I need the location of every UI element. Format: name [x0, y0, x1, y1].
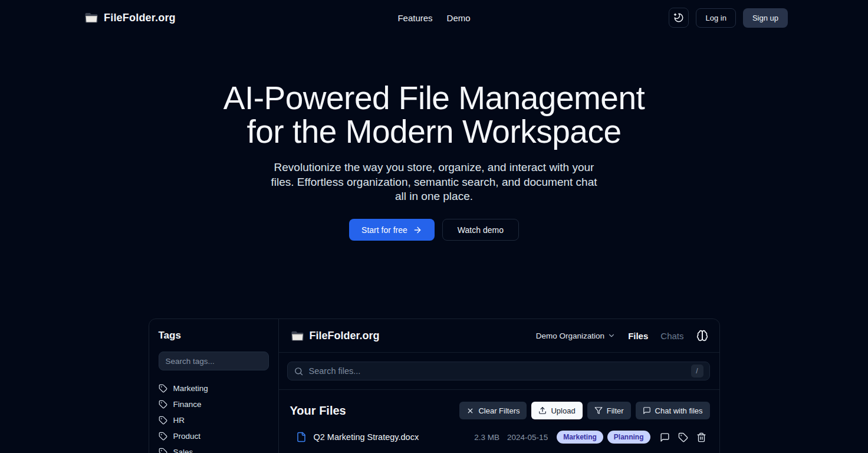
search-tags-input[interactable]	[159, 352, 269, 370]
tag-list: Marketing Finance	[159, 380, 269, 453]
nav-link-demo[interactable]: Demo	[447, 13, 471, 23]
main-nav: Features Demo	[397, 0, 470, 35]
tag-item-hr[interactable]: HR	[159, 412, 269, 428]
upload-label: Upload	[551, 406, 575, 415]
filter-label: Filter	[607, 406, 624, 415]
file-tag-badge-marketing[interactable]: Marketing	[557, 431, 603, 444]
message-square-icon	[643, 406, 651, 415]
signup-button[interactable]: Sign up	[743, 8, 788, 28]
files-action-buttons: Clear Filters Upload	[459, 402, 709, 419]
tag-icon	[159, 432, 167, 441]
login-button[interactable]: Log in	[696, 8, 735, 28]
file-size: 2.3 MB	[474, 433, 499, 442]
search-icon	[294, 366, 304, 376]
site-logo[interactable]: FileFolder.org	[84, 11, 176, 25]
top-navbar: FileFolder.org Features Demo Log in Sign…	[0, 0, 868, 35]
org-selector[interactable]: Demo Organization	[536, 331, 616, 340]
tags-sidebar: Tags Marketing	[149, 319, 279, 453]
chat-file-button[interactable]	[660, 432, 670, 442]
tab-files[interactable]: Files	[628, 331, 648, 341]
file-row-right: 2.3 MB 2024-05-15 Marketing Planning	[474, 431, 706, 444]
file-row[interactable]: Q2 Marketing Strategy.docx 2.3 MB 2024-0…	[290, 426, 710, 448]
tag-label: Finance	[173, 400, 202, 409]
filter-button[interactable]: Filter	[587, 402, 631, 419]
tag-file-button[interactable]	[678, 432, 688, 442]
file-tag-badge-planning[interactable]: Planning	[607, 431, 650, 444]
file-name: Q2 Marketing Strategy.docx	[314, 432, 419, 442]
slash-shortcut-key: /	[691, 365, 703, 378]
nav-link-features[interactable]: Features	[397, 13, 432, 23]
hero-title-line1: AI-Powered File Management	[223, 80, 645, 116]
arrow-right-icon	[413, 225, 422, 235]
demo-header-right: Demo Organization Files Chats	[536, 330, 708, 342]
hero-subtitle: Revolutionize the way you store, organiz…	[267, 160, 601, 203]
clear-filters-button[interactable]: Clear Filters	[459, 402, 527, 419]
demo-app-panel: Tags Marketing	[149, 319, 720, 453]
tag-item-finance[interactable]: Finance	[159, 396, 269, 412]
demo-main-column: FileFolder.org Demo Organization Files C…	[279, 319, 719, 453]
files-section: Your Files Clear Filters	[279, 390, 719, 453]
chat-with-files-label: Chat with files	[655, 406, 703, 415]
files-header-row: Your Files Clear Filters	[290, 402, 710, 419]
demo-app-wrapper: Tags Marketing	[0, 319, 868, 453]
org-selector-label: Demo Organization	[536, 331, 604, 340]
watch-demo-button[interactable]: Watch demo	[442, 219, 519, 241]
message-square-icon	[660, 432, 670, 442]
hero-title-line2: for the Modern Workspace	[246, 113, 621, 150]
tag-label: HR	[173, 416, 185, 425]
file-date: 2024-05-15	[507, 433, 548, 442]
demo-app-logo[interactable]: FileFolder.org	[291, 329, 380, 343]
folder-icon	[291, 329, 304, 343]
ai-brain-button[interactable]	[696, 330, 708, 342]
tag-label: Sales	[173, 448, 193, 453]
tag-icon	[159, 400, 167, 409]
hero-section: AI-Powered File Management for the Moder…	[0, 81, 868, 241]
file-row-actions	[660, 432, 706, 442]
tag-icon	[159, 384, 167, 393]
demo-app-title: FileFolder.org	[310, 330, 380, 342]
file-row-left: Q2 Marketing Strategy.docx	[296, 432, 419, 442]
hero-cta-row: Start for free Watch demo	[0, 219, 868, 241]
folder-icon	[84, 11, 98, 25]
start-for-free-label: Start for free	[361, 225, 407, 235]
navbar-actions: Log in Sign up	[669, 8, 788, 28]
tab-chats[interactable]: Chats	[660, 331, 683, 341]
tag-label: Marketing	[173, 384, 208, 393]
upload-icon	[538, 406, 547, 415]
start-for-free-button[interactable]: Start for free	[349, 219, 435, 241]
file-search-row: /	[279, 353, 719, 390]
moon-star-icon	[673, 12, 684, 23]
tag-item-marketing[interactable]: Marketing	[159, 380, 269, 396]
filter-funnel-icon	[594, 406, 603, 415]
tag-icon	[159, 448, 167, 453]
clear-filters-label: Clear Filters	[478, 406, 520, 415]
file-search-box[interactable]: /	[287, 362, 710, 380]
tag-icon	[678, 432, 688, 442]
files-section-title: Your Files	[290, 404, 346, 418]
file-icon	[296, 432, 307, 442]
delete-file-button[interactable]	[696, 432, 706, 442]
demo-app-header: FileFolder.org Demo Organization Files C…	[279, 319, 719, 353]
theme-toggle-button[interactable]	[669, 8, 689, 28]
trash-icon	[696, 432, 706, 442]
tag-item-product[interactable]: Product	[159, 428, 269, 444]
chat-with-files-button[interactable]: Chat with files	[636, 402, 710, 419]
search-files-input[interactable]	[304, 366, 691, 376]
hero-title: AI-Powered File Management for the Moder…	[0, 81, 868, 149]
site-title: FileFolder.org	[104, 12, 176, 24]
tag-icon	[159, 416, 167, 425]
x-icon	[466, 407, 474, 415]
upload-button[interactable]: Upload	[531, 402, 582, 419]
brain-icon	[696, 330, 708, 342]
chevron-down-icon	[607, 331, 616, 340]
tag-item-sales[interactable]: Sales	[159, 444, 269, 453]
tag-label: Product	[173, 432, 201, 441]
tags-sidebar-title: Tags	[159, 330, 269, 342]
